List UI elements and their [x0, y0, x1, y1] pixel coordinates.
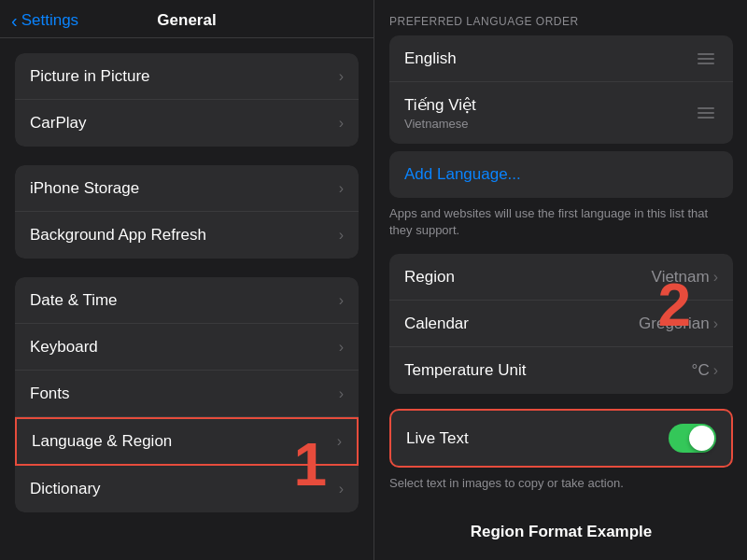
group-1: Picture in Picture › CarPlay › [15, 53, 359, 147]
nav-header: ‹ Settings General [0, 0, 374, 38]
language-info-text: Apps and websites will use the first lan… [374, 198, 747, 254]
chevron-right-icon: › [339, 227, 344, 244]
region-format-header: Region Format Example [374, 508, 747, 556]
chevron-right-icon: › [713, 362, 718, 379]
add-language-button[interactable]: Add Language... [389, 151, 733, 198]
badge-2: 2 [657, 275, 691, 335]
chevron-right-icon: › [339, 339, 344, 356]
sidebar-item-date-time[interactable]: Date & Time › [15, 277, 359, 324]
cell-label: Background App Refresh [30, 226, 206, 245]
drag-handle-english[interactable] [694, 49, 718, 68]
chevron-right-icon: › [339, 115, 344, 132]
cell-label: CarPlay [30, 114, 86, 133]
chevron-right-icon: › [339, 385, 344, 402]
cell-label: Dictionary [30, 480, 101, 498]
sidebar-item-background-app-refresh[interactable]: Background App Refresh › [15, 212, 359, 259]
chevron-right-icon: › [339, 180, 344, 197]
back-chevron-icon: ‹ [11, 11, 18, 30]
language-label: Tiếng Việt [404, 95, 476, 115]
group-2: iPhone Storage › Background App Refresh … [15, 165, 359, 259]
language-label-group: Tiếng Việt Vietnamese [404, 95, 476, 131]
chevron-right-icon: › [713, 269, 718, 286]
language-item-english[interactable]: English [389, 35, 733, 82]
right-panel: PREFERRED LANGUAGE ORDER English Tiếng V… [374, 0, 747, 560]
badge-1: 1 [293, 435, 327, 495]
region-label: Region [404, 268, 455, 287]
back-label: Settings [21, 11, 78, 30]
chevron-right-icon: › [339, 481, 344, 497]
chevron-right-icon: › [713, 315, 718, 332]
right-content: PREFERRED LANGUAGE ORDER English Tiếng V… [374, 0, 747, 560]
sidebar-item-iphone-storage[interactable]: iPhone Storage › [15, 165, 359, 212]
sidebar-item-carplay[interactable]: CarPlay › [15, 100, 359, 147]
section-header-language: PREFERRED LANGUAGE ORDER [374, 15, 747, 35]
calendar-label: Calendar [404, 315, 469, 333]
temperature-label: Temperature Unit [404, 361, 526, 380]
add-language-label: Add Language... [404, 165, 521, 184]
drag-handle-vietnamese[interactable] [694, 104, 718, 122]
language-sublabel: Vietnamese [404, 117, 476, 131]
sidebar-item-fonts[interactable]: Fonts › [15, 371, 359, 417]
language-item-vietnamese[interactable]: Tiếng Việt Vietnamese [389, 82, 733, 144]
cell-label: Fonts [30, 385, 70, 403]
live-text-cell[interactable]: Live Text [391, 411, 731, 466]
chevron-right-icon: › [339, 68, 344, 85]
cell-label: Language & Region [32, 432, 172, 451]
sidebar-item-picture-in-picture[interactable]: Picture in Picture › [15, 53, 359, 100]
language-label: English [404, 49, 457, 68]
live-text-toggle[interactable] [669, 424, 716, 453]
page-title: General [157, 11, 216, 30]
temp-value-group: °C › [692, 361, 718, 380]
back-button[interactable]: ‹ Settings [11, 11, 78, 30]
language-list: English Tiếng Việt Vietnamese [389, 35, 733, 144]
chevron-right-icon: › [339, 292, 344, 309]
live-text-info: Select text in images to copy or take ac… [374, 468, 747, 507]
live-text-label: Live Text [406, 429, 469, 448]
temperature-unit-cell[interactable]: Temperature Unit °C › [389, 347, 733, 394]
cell-label: Keyboard [30, 338, 98, 357]
cell-label: Picture in Picture [30, 67, 150, 86]
temperature-value: °C [692, 361, 710, 380]
toggle-knob [689, 426, 714, 451]
chevron-right-icon: › [337, 433, 342, 450]
sidebar-item-keyboard[interactable]: Keyboard › [15, 324, 359, 371]
cell-label: Date & Time [30, 291, 118, 310]
cell-label: iPhone Storage [30, 179, 139, 198]
